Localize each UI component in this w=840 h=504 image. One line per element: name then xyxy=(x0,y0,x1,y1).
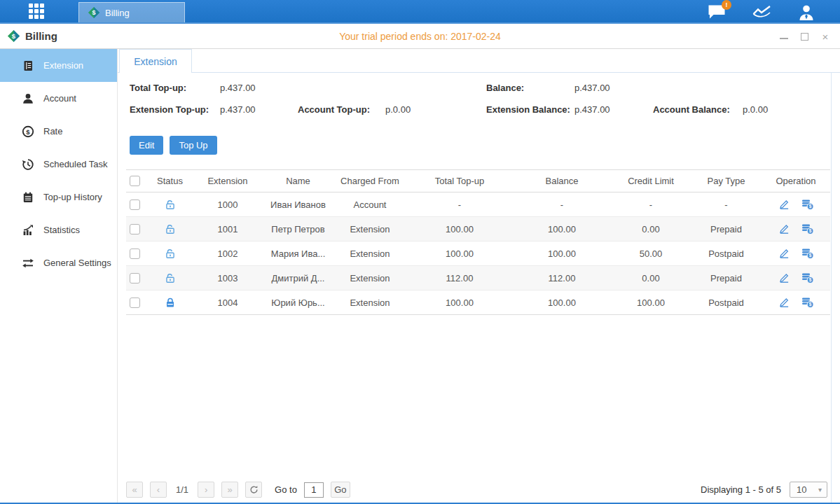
general-settings-icon xyxy=(21,256,34,270)
topup-icon[interactable]: $ xyxy=(801,248,814,259)
close-icon[interactable]: × xyxy=(820,31,830,41)
account-icon xyxy=(21,92,34,105)
goto-page-input[interactable] xyxy=(304,482,324,498)
next-page-button[interactable]: › xyxy=(198,482,214,498)
extension-icon xyxy=(21,59,34,72)
taskbar-tab-billing[interactable]: $ Billing xyxy=(78,2,185,22)
sidebar-item-label: Top-up History xyxy=(43,192,102,202)
balance-cell: - xyxy=(513,200,611,210)
unlocked-icon xyxy=(165,223,176,234)
column-header: Balance xyxy=(513,176,611,186)
monitor-button[interactable] xyxy=(752,5,771,19)
balance-cell: 112.00 xyxy=(513,273,611,284)
column-header: Credit Limit xyxy=(611,176,691,186)
edit-icon[interactable] xyxy=(778,248,790,259)
sidebar-item-extension[interactable]: Extension xyxy=(0,49,117,82)
go-button[interactable]: Go xyxy=(331,482,350,498)
edit-icon[interactable] xyxy=(778,297,790,308)
window-titlebar: $ Billing Your trial period ends on: 201… xyxy=(0,24,840,49)
status-cell xyxy=(147,248,193,259)
unlocked-icon xyxy=(165,248,176,259)
row-checkbox[interactable] xyxy=(130,273,140,284)
chevron-down-icon: ▾ xyxy=(818,486,822,493)
status-cell xyxy=(147,223,193,234)
table-row: 1002 Мария Ива... Extension 100.00 100.0… xyxy=(126,241,830,266)
app-window: $ Billing ! xyxy=(0,0,840,504)
table-footer: « ‹ 1/1 › » Go to Go Di xyxy=(126,482,827,498)
top-up-button[interactable]: Top Up xyxy=(170,136,216,155)
charged-from-cell: Extension xyxy=(333,248,406,259)
total-topup-label: Total Top-up: xyxy=(130,83,186,93)
extension-cell: 1002 xyxy=(193,248,263,259)
minimize-icon[interactable] xyxy=(780,34,788,39)
column-header: Charged From xyxy=(333,176,406,186)
row-checkbox[interactable] xyxy=(130,298,140,308)
svg-text:$: $ xyxy=(808,302,811,307)
sidebar-item-topup-history[interactable]: Top-up History xyxy=(0,181,117,214)
topup-icon[interactable]: $ xyxy=(801,272,814,284)
sidebar-item-general-settings[interactable]: General Settings xyxy=(0,246,117,279)
total-topup-cell: 112.00 xyxy=(406,273,513,284)
prev-page-button[interactable]: ‹ xyxy=(150,482,167,498)
row-checkbox[interactable] xyxy=(130,200,140,210)
charged-from-cell: Extension xyxy=(333,273,406,284)
account-balance-label: Account Balance: xyxy=(653,104,730,115)
page-size-value: 10 xyxy=(797,484,806,495)
user-icon xyxy=(798,4,815,20)
total-topup-value: p.437.00 xyxy=(220,83,256,93)
row-checkbox[interactable] xyxy=(130,248,140,259)
svg-text:$: $ xyxy=(808,228,811,234)
user-menu-button[interactable] xyxy=(798,4,815,20)
maximize-icon[interactable] xyxy=(801,33,808,41)
table-row: 1000 Иван Иванов Account - - - - $ xyxy=(126,192,830,217)
unlocked-icon xyxy=(165,199,176,210)
pay-type-cell: Postpaid xyxy=(691,248,762,259)
billing-diamond-icon: $ xyxy=(88,6,100,19)
name-cell: Иван Иванов xyxy=(263,200,333,210)
sidebar-item-label: Account xyxy=(43,93,76,104)
refresh-button[interactable] xyxy=(245,482,262,498)
summary-panel: Total Top-up: p.437.00 Balance: p.437.00… xyxy=(118,73,840,126)
pay-type-cell: - xyxy=(691,200,762,210)
sidebar-item-label: Scheduled Task xyxy=(43,159,108,169)
credit-limit-cell: 50.00 xyxy=(611,248,691,259)
extension-balance-value: p.437.00 xyxy=(574,104,610,115)
page-indicator: 1/1 xyxy=(176,484,188,495)
edit-button[interactable]: Edit xyxy=(130,136,163,155)
topup-icon[interactable]: $ xyxy=(801,297,814,308)
taskbar-tab-label: Billing xyxy=(105,8,130,18)
displaying-text: Displaying 1 - 5 of 5 xyxy=(701,484,781,495)
main-content: Extension Total Top-up: p.437.00 Balance… xyxy=(118,49,840,503)
column-header: Pay Type xyxy=(691,176,762,186)
edit-icon[interactable] xyxy=(778,272,790,284)
sidebar-item-scheduled-task[interactable]: Scheduled Task xyxy=(0,148,117,181)
svg-text:$: $ xyxy=(26,127,30,135)
table-header: Status Extension Name Charged From Total… xyxy=(126,169,830,192)
notifications-button[interactable]: ! xyxy=(708,4,726,20)
apps-grid-button[interactable] xyxy=(0,0,73,22)
tab-extension[interactable]: Extension xyxy=(119,49,192,73)
edit-icon[interactable] xyxy=(778,223,790,234)
row-checkbox[interactable] xyxy=(130,224,140,234)
extension-cell: 1000 xyxy=(193,200,263,210)
page-size-dropdown[interactable]: 10 ▾ xyxy=(790,482,827,498)
sidebar-item-statistics[interactable]: Statistics xyxy=(0,214,117,246)
sidebar-item-rate[interactable]: $ Rate xyxy=(0,115,117,148)
first-page-button[interactable]: « xyxy=(126,482,143,498)
balance-cell: 100.00 xyxy=(513,224,611,234)
notification-badge: ! xyxy=(722,0,731,10)
table-row: 1004 Юрий Юрь... Extension 100.00 100.00… xyxy=(126,290,830,315)
extension-cell: 1001 xyxy=(193,224,263,234)
column-header: Status xyxy=(147,176,193,186)
apps-grid-icon xyxy=(27,2,46,20)
topup-icon[interactable]: $ xyxy=(801,199,814,210)
last-page-button[interactable]: » xyxy=(221,482,238,498)
topup-icon[interactable]: $ xyxy=(801,223,814,234)
balance-cell: 100.00 xyxy=(513,298,611,308)
rate-icon: $ xyxy=(21,125,34,138)
edit-icon[interactable] xyxy=(778,199,790,210)
column-header: Name xyxy=(263,176,333,186)
select-all-checkbox[interactable] xyxy=(130,176,140,186)
name-cell: Юрий Юрь... xyxy=(263,298,333,308)
sidebar-item-account[interactable]: Account xyxy=(0,82,117,115)
